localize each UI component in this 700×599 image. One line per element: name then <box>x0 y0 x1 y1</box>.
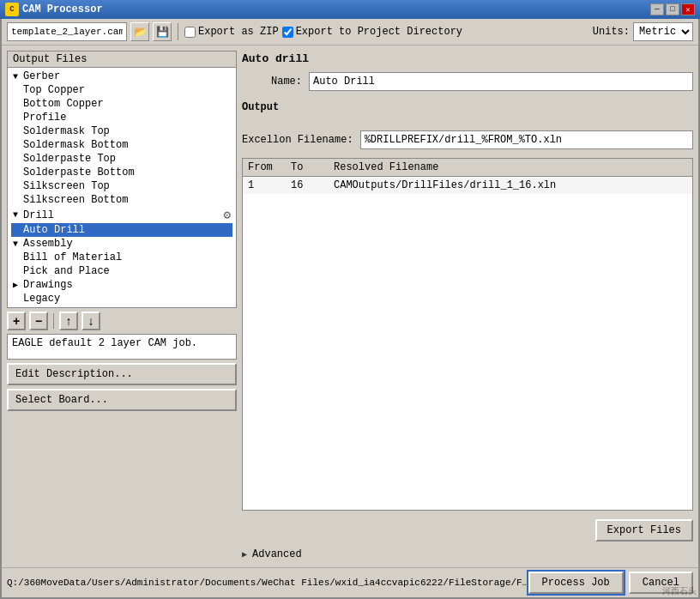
status-path: Q:/360MoveData/Users/Administrator/Docum… <box>7 578 528 588</box>
open-button[interactable]: 📂 <box>130 22 149 41</box>
advanced-label[interactable]: Advanced <box>252 548 302 560</box>
name-input[interactable] <box>309 72 693 91</box>
gerber-label: Gerber <box>23 70 60 82</box>
tree-item-solderpaste-top[interactable]: Solderpaste Top <box>11 152 232 166</box>
advanced-triangle-icon[interactable]: ▶ <box>242 549 247 560</box>
main-window: 📂 💾 Export as ZIP Export to Project Dire… <box>0 19 700 599</box>
export-project-text: Export to Project Directory <box>296 26 462 38</box>
assembly-label: Assembly <box>23 238 73 250</box>
right-panel: Auto drill Name: Output Excellon Filenam… <box>242 51 693 562</box>
units-label: Units: <box>593 26 630 38</box>
toolbar: 📂 💾 Export as ZIP Export to Project Dire… <box>2 19 698 45</box>
name-label: Name: <box>242 76 302 88</box>
tree-item-bottom-copper[interactable]: Bottom Copper <box>11 97 232 111</box>
export-project-checkbox[interactable] <box>282 27 293 38</box>
solderpaste-top-label: Solderpaste Top <box>23 153 116 165</box>
units-select[interactable]: Metric Imperial <box>633 22 693 41</box>
save-button[interactable]: 💾 <box>153 22 172 41</box>
content-area: Output Files ▼ Gerber Top Copper Bottom … <box>2 45 698 567</box>
solderpaste-bottom-label: Solderpaste Bottom <box>23 166 135 178</box>
export-btn-row: Export Files <box>242 519 693 542</box>
col-to-header: To <box>289 160 332 174</box>
tree-item-pick-and-place[interactable]: Pick and Place <box>11 264 232 278</box>
table-header: From To Resolved Filename <box>243 159 692 177</box>
top-copper-label: Top Copper <box>23 84 85 96</box>
edit-description-button[interactable]: Edit Description... <box>7 363 237 385</box>
add-item-button[interactable]: + <box>7 312 26 330</box>
name-row: Name: <box>242 72 693 91</box>
select-board-button[interactable]: Select Board... <box>7 389 237 411</box>
excellon-row: Excellon Filename: <box>242 130 693 149</box>
silkscreen-top-label: Silkscreen Top <box>23 180 110 192</box>
legacy-label: Legacy <box>23 293 60 305</box>
tree-item-drill[interactable]: ▼ Drill ⚙ <box>11 207 232 223</box>
description-box: EAGLE default 2 layer CAM job. <box>7 334 237 360</box>
output-label: Output <box>242 101 693 113</box>
pick-and-place-label: Pick and Place <box>23 265 110 277</box>
bottom-bar: Q:/360MoveData/Users/Administrator/Docum… <box>2 567 698 597</box>
tree-controls: + − ↑ ↓ <box>7 312 237 330</box>
controls-separator <box>53 313 54 329</box>
export-zip-checkbox[interactable] <box>184 27 196 38</box>
tree-item-gerber[interactable]: ▼ Gerber <box>11 70 232 83</box>
action-buttons: Edit Description... Select Board... <box>7 363 237 411</box>
maximize-button[interactable]: □ <box>666 3 679 15</box>
title-bar: C CAM Processor — □ ✕ <box>0 0 700 19</box>
soldermask-bottom-label: Soldermask Bottom <box>23 139 128 151</box>
move-down-button[interactable]: ↓ <box>81 312 100 330</box>
close-button[interactable]: ✕ <box>681 3 695 15</box>
tree-item-drawings[interactable]: ▶ Drawings <box>11 278 232 292</box>
cancel-button[interactable]: Cancel <box>629 572 693 594</box>
app-icon: C <box>5 3 19 16</box>
bottom-copper-label: Bottom Copper <box>23 98 104 110</box>
left-panel: Output Files ▼ Gerber Top Copper Bottom … <box>7 51 237 562</box>
cell-from-1: 1 <box>246 178 289 192</box>
remove-item-button[interactable]: − <box>29 312 48 330</box>
col-from-header: From <box>246 160 289 174</box>
description-text: EAGLE default 2 layer CAM job. <box>12 337 197 349</box>
toolbar-separator <box>178 23 178 40</box>
tree-item-legacy[interactable]: Legacy <box>11 292 232 306</box>
tree-container: ▼ Gerber Top Copper Bottom Copper Profil… <box>8 68 236 307</box>
tree-item-soldermask-bottom[interactable]: Soldermask Bottom <box>11 138 232 152</box>
drill-label: Drill <box>23 209 54 221</box>
cell-to-1: 16 <box>289 178 332 192</box>
auto-drill-label: Auto Drill <box>23 224 85 236</box>
export-files-button[interactable]: Export Files <box>595 519 693 542</box>
file-name-input[interactable] <box>7 22 127 41</box>
export-zip-text: Export as ZIP <box>198 26 279 38</box>
export-zip-label[interactable]: Export as ZIP <box>184 26 279 38</box>
gear-icon[interactable]: ⚙ <box>224 208 231 222</box>
tree-item-silkscreen-top[interactable]: Silkscreen Top <box>11 179 232 193</box>
bottom-buttons: Process Job Cancel <box>528 572 693 594</box>
tree-item-soldermask-top[interactable]: Soldermask Top <box>11 124 232 138</box>
drill-table: From To Resolved Filename 1 16 CAMOutput… <box>242 158 693 511</box>
assembly-arrow: ▼ <box>13 239 23 249</box>
window-controls: — □ ✕ <box>650 3 695 15</box>
tree-item-assembly[interactable]: ▼ Assembly <box>11 237 232 251</box>
process-job-button[interactable]: Process Job <box>528 572 624 594</box>
tree-item-solderpaste-bottom[interactable]: Solderpaste Bottom <box>11 166 232 179</box>
output-files-label: Output Files <box>11 52 88 66</box>
section-title: Auto drill <box>242 51 693 67</box>
move-up-button[interactable]: ↑ <box>59 312 78 330</box>
col-filename-header: Resolved Filename <box>332 160 689 174</box>
minimize-button[interactable]: — <box>650 3 664 15</box>
gerber-arrow: ▼ <box>13 72 23 82</box>
excellon-input[interactable] <box>360 130 693 149</box>
tree-item-profile[interactable]: Profile <box>11 111 232 124</box>
cell-filename-1: CAMOutputs/DrillFiles/drill_1_16.xln <box>332 178 689 192</box>
excellon-label: Excellon Filename: <box>242 134 353 146</box>
export-project-label[interactable]: Export to Project Directory <box>282 26 462 38</box>
window-title: CAM Processor <box>22 3 650 15</box>
tree-item-silkscreen-bottom[interactable]: Silkscreen Bottom <box>11 193 232 207</box>
advanced-row[interactable]: ▶ Advanced <box>242 547 693 562</box>
tree-item-bill-of-material[interactable]: Bill of Material <box>11 251 232 264</box>
profile-label: Profile <box>23 112 66 124</box>
tree-item-auto-drill[interactable]: Auto Drill <box>11 223 232 237</box>
soldermask-top-label: Soldermask Top <box>23 125 110 137</box>
drill-arrow: ▼ <box>13 210 23 220</box>
drawings-label: Drawings <box>23 279 73 291</box>
tree-item-top-copper[interactable]: Top Copper <box>11 83 232 97</box>
bill-of-material-label: Bill of Material <box>23 251 122 263</box>
